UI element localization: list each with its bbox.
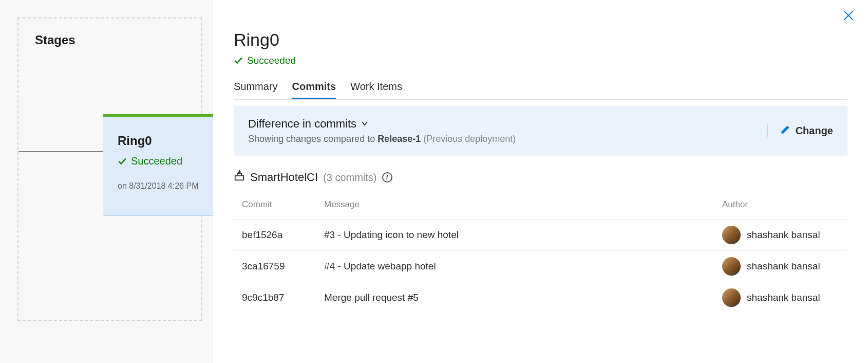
pencil-icon bbox=[780, 124, 790, 137]
tab-commits[interactable]: Commits bbox=[292, 81, 336, 99]
diff-bar-left: Difference in commits Showing changes co… bbox=[248, 117, 516, 144]
change-button[interactable]: Change bbox=[780, 124, 833, 137]
commit-hash: bef1526a bbox=[234, 220, 316, 251]
header-commit: Commit bbox=[234, 190, 316, 220]
stage-connector bbox=[18, 151, 103, 152]
diff-bar: Difference in commits Showing changes co… bbox=[234, 106, 847, 156]
tabs-row: Summary Commits Work Items bbox=[234, 81, 847, 100]
header-message: Message bbox=[316, 190, 714, 220]
panel-title: Ring0 bbox=[234, 30, 847, 50]
table-row[interactable]: bef1526a #3 - Updating icon to new hotel… bbox=[234, 220, 847, 251]
chevron-down-icon bbox=[361, 117, 369, 131]
header-author: Author bbox=[714, 190, 847, 220]
commit-hash: 3ca16759 bbox=[234, 251, 316, 282]
change-label: Change bbox=[796, 125, 833, 137]
diff-title-dropdown[interactable]: Difference in commits bbox=[248, 117, 516, 131]
commit-author: shashank bansal bbox=[722, 226, 839, 244]
tab-work-items[interactable]: Work Items bbox=[350, 81, 402, 99]
panel-status-label: Succeeded bbox=[247, 55, 296, 66]
stage-date: on 8/31/2018 4:26 PM bbox=[118, 182, 218, 191]
table-row[interactable]: 9c9c1b87 Merge pull request #5 shashank … bbox=[234, 282, 847, 314]
checkmark-icon bbox=[234, 56, 243, 65]
close-button[interactable] bbox=[841, 8, 856, 23]
commits-table: Commit Message Author bef1526a #3 - Upda… bbox=[234, 190, 847, 313]
commit-message: #3 - Updating icon to new hotel bbox=[316, 220, 714, 251]
diff-description: Showing changes compared to Release-1 (P… bbox=[248, 134, 516, 144]
commit-hash: 9c9c1b87 bbox=[234, 282, 316, 314]
tab-summary[interactable]: Summary bbox=[234, 81, 278, 99]
avatar bbox=[722, 226, 741, 244]
diff-prev-note: (Previous deployment) bbox=[423, 134, 516, 144]
panel-status: Succeeded bbox=[234, 55, 847, 66]
stage-status: Succeeded bbox=[118, 155, 218, 167]
diff-desc-prefix: Showing changes compared to bbox=[248, 134, 375, 144]
diff-bar-right: Change bbox=[767, 124, 833, 137]
pipeline-icon bbox=[234, 170, 245, 185]
commit-message: Merge pull request #5 bbox=[316, 282, 714, 314]
stage-card-title: Ring0 bbox=[118, 134, 218, 148]
diff-title-label: Difference in commits bbox=[248, 117, 356, 131]
commit-message: #4 - Update webapp hotel bbox=[316, 251, 714, 282]
checkmark-icon bbox=[118, 157, 127, 166]
avatar bbox=[722, 288, 741, 307]
pipeline-name: SmartHotelCI bbox=[250, 171, 318, 184]
pipeline-header: SmartHotelCI (3 commits) i bbox=[234, 170, 847, 185]
stage-status-label: Succeeded bbox=[131, 155, 182, 167]
left-panel: Stages Ring0 Succeeded on 8/31/2018 4:26… bbox=[0, 0, 213, 363]
right-panel: Ring0 Succeeded Summary Commits Work Ite… bbox=[213, 0, 868, 363]
stages-container: Stages Ring0 Succeeded on 8/31/2018 4:26… bbox=[17, 17, 202, 321]
table-row[interactable]: 3ca16759 #4 - Update webapp hotel shasha… bbox=[234, 251, 847, 282]
stages-title: Stages bbox=[35, 33, 201, 47]
commit-count: (3 commits) bbox=[323, 172, 376, 184]
commit-author: shashank bansal bbox=[722, 257, 839, 276]
svg-rect-0 bbox=[235, 176, 244, 180]
diff-release-name: Release-1 bbox=[378, 134, 421, 144]
avatar bbox=[722, 257, 741, 276]
commit-author: shashank bansal bbox=[722, 288, 839, 307]
info-icon[interactable]: i bbox=[382, 172, 392, 183]
